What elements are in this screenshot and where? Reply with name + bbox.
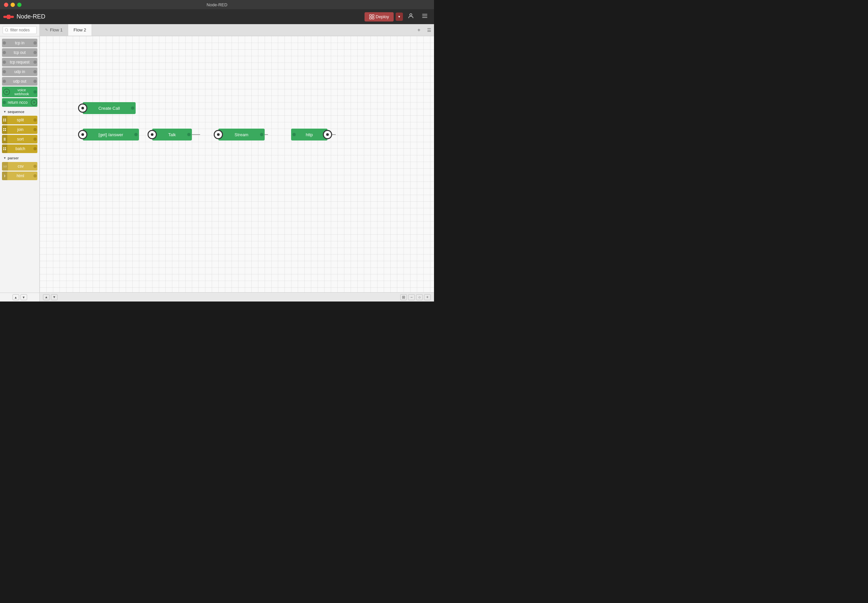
svg-rect-18 <box>3 128 4 129</box>
tab-flow1[interactable]: ✎ Flow 1 <box>40 24 68 36</box>
user-icon <box>408 12 414 19</box>
port-right <box>33 70 37 73</box>
canvas-bottom-bar: ▲ ▼ ⊞ − ○ + <box>40 292 434 302</box>
node-label: tcp out <box>6 50 33 55</box>
connector-right-icon <box>323 130 332 139</box>
zoom-map-button[interactable]: ⊞ <box>400 294 407 300</box>
node-label: Talk <box>157 132 187 137</box>
node-tcp-in[interactable]: tcp in <box>2 39 37 47</box>
node-label: [get] /answer <box>87 132 134 137</box>
node-udp-in[interactable]: udp in <box>2 67 37 76</box>
svg-point-4 <box>6 16 8 17</box>
canvas-node-get-answer[interactable]: [get] /answer <box>83 128 139 141</box>
canvas[interactable]: Create Call [get] /answer Talk Stream <box>40 36 434 292</box>
connector-left-icon <box>214 130 223 139</box>
svg-rect-16 <box>3 120 4 121</box>
canvas-container: ✎ Flow 1 Flow 2 + ☰ <box>40 24 434 302</box>
nav-up-button[interactable]: ▲ <box>43 294 50 300</box>
sidebar-nav-down[interactable]: ▼ <box>20 294 27 300</box>
sidebar-nav-up[interactable]: ▲ <box>12 294 19 300</box>
connector-left-icon <box>147 130 157 139</box>
node-label: tcp in <box>6 41 33 45</box>
tab-label: Flow 1 <box>50 28 62 32</box>
minimize-button[interactable] <box>11 3 15 7</box>
connector-left-icon <box>78 104 87 113</box>
node-return-ncco[interactable]: return ncco ⟳ <box>2 98 37 107</box>
svg-rect-28 <box>5 149 6 150</box>
zoom-plus-button[interactable]: + <box>424 294 431 300</box>
deploy-icon <box>369 14 374 20</box>
app-name: Node-RED <box>17 13 45 20</box>
port-right <box>33 90 37 94</box>
titlebar: Node-RED <box>0 0 434 9</box>
port-left <box>3 41 6 45</box>
node-split[interactable]: split <box>2 116 37 124</box>
batch-icon <box>3 147 6 150</box>
join-icon <box>3 128 6 131</box>
node-voice-webhook[interactable]: ⟳ voicewebhook <box>2 87 37 97</box>
zoom-reset-button[interactable]: ○ <box>416 294 423 300</box>
main-container: tcp in tcp out tcp request udp in <box>0 24 434 302</box>
svg-rect-17 <box>5 120 6 121</box>
port-right <box>33 60 37 64</box>
close-button[interactable] <box>4 3 8 7</box>
canvas-node-create-call[interactable]: Create Call <box>83 102 136 114</box>
port-left <box>3 101 6 104</box>
tab-label: Flow 2 <box>73 28 86 32</box>
split-icon <box>3 118 6 122</box>
menu-button[interactable] <box>419 11 431 22</box>
node-label: tcp request <box>6 60 33 65</box>
node-label: Stream <box>223 132 260 137</box>
node-html[interactable]: ❯ html <box>2 172 37 180</box>
node-join[interactable]: join <box>2 125 37 134</box>
node-label: csv <box>8 164 33 169</box>
node-label: udp out <box>6 79 33 83</box>
user-button[interactable] <box>405 11 417 22</box>
tab-flow2[interactable]: Flow 2 <box>68 24 91 36</box>
svg-rect-9 <box>372 17 374 19</box>
svg-rect-21 <box>5 130 6 131</box>
section-sequence[interactable]: ▼ sequence <box>2 108 37 115</box>
canvas-node-stream[interactable]: Stream <box>219 128 265 141</box>
node-udp-out[interactable]: udp out <box>2 77 37 86</box>
port-right <box>33 41 37 45</box>
port-right <box>33 118 37 122</box>
sidebar: tcp in tcp out tcp request udp in <box>0 24 40 302</box>
deploy-arrow-button[interactable]: ▾ <box>395 12 403 21</box>
sort-icon-bar <box>2 135 7 144</box>
port-right <box>187 133 191 136</box>
port-right <box>33 165 37 168</box>
csv-icon-bar: 1 2 <box>2 162 8 171</box>
node-label: split <box>7 118 33 122</box>
connector-left-icon <box>78 130 87 139</box>
port-right <box>131 107 134 110</box>
port-right <box>134 133 138 136</box>
deploy-button[interactable]: Deploy <box>364 12 394 22</box>
port-right <box>33 147 37 150</box>
logo-area: Node-RED <box>3 13 361 20</box>
add-tab-button[interactable]: + <box>414 24 425 36</box>
port-left <box>3 80 6 83</box>
node-csv[interactable]: 1 2 csv <box>2 162 37 171</box>
bottom-nav: ▲ ▼ <box>43 294 57 300</box>
logo-icon <box>3 14 14 20</box>
maximize-button[interactable] <box>17 3 22 7</box>
node-tcp-request[interactable]: tcp request <box>2 58 37 66</box>
canvas-node-http[interactable]: http <box>291 128 327 141</box>
canvas-node-talk[interactable]: Talk <box>152 128 192 141</box>
node-label: udp in <box>6 70 33 74</box>
section-label: parser <box>8 156 19 160</box>
header: Node-RED Deploy ▾ <box>0 9 434 24</box>
section-parser[interactable]: ▼ parser <box>2 154 37 161</box>
nav-down-button[interactable]: ▼ <box>51 294 57 300</box>
filter-input[interactable] <box>3 26 37 34</box>
node-sort[interactable]: sort <box>2 135 37 144</box>
node-tcp-out[interactable]: tcp out <box>2 48 37 57</box>
node-batch[interactable]: batch <box>2 144 37 153</box>
html-icon-bar: ❯ <box>2 172 7 180</box>
zoom-minus-button[interactable]: − <box>408 294 415 300</box>
tab-list-button[interactable]: ☰ <box>425 28 434 33</box>
sort-icon <box>3 137 6 141</box>
svg-rect-19 <box>5 128 6 129</box>
svg-rect-8 <box>369 17 371 19</box>
